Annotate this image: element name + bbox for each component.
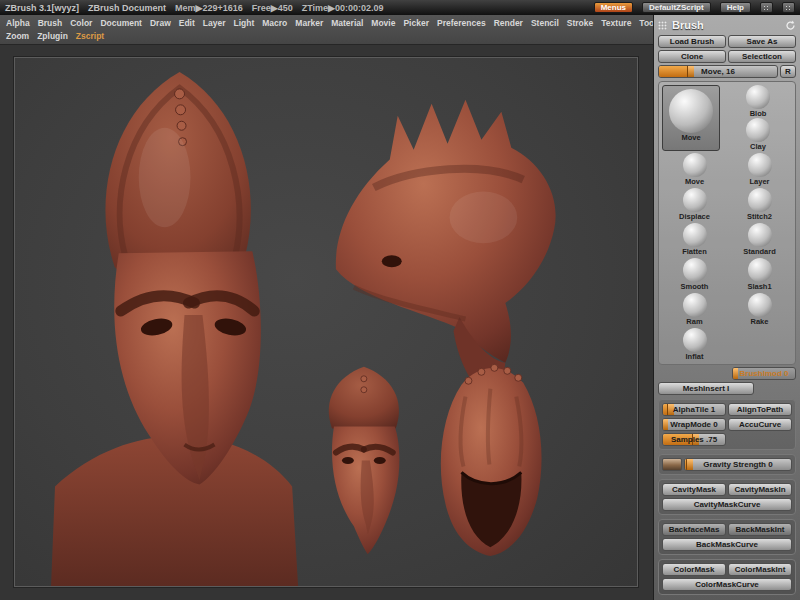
palette-reset-icon[interactable] [785,20,796,31]
color-mask-intensity-button[interactable]: ColorMaskInt [728,563,792,576]
brush-thumb-rake[interactable]: Rake [727,293,792,326]
wrap-mode-slider[interactable]: WrapMode 0 [662,418,726,431]
alpha-tile-slider[interactable]: AlphaTile 1 [662,403,726,416]
cavity-mask-button[interactable]: CavityMask [662,483,726,496]
brush-label: Move [685,177,704,186]
menu-zplugin[interactable]: Zplugin [37,31,68,41]
gravity-group: Gravity Strength 0 [658,454,796,475]
brush-thumb-smooth[interactable]: Smooth [662,258,727,291]
brush-thumbnail-grid: Move Blob Clay Move [658,81,796,365]
sculpt-svg [15,58,637,586]
backface-mask-button[interactable]: BackfaceMas [662,523,726,536]
palette-title: Brush [672,19,704,31]
brush-sphere-icon [683,258,707,282]
cavity-mask-curve-button[interactable]: CavityMaskCurve [662,498,792,511]
menu-texture[interactable]: Texture [601,18,631,28]
document-title: ZBrush Document [88,3,166,13]
back-mask-curve-button[interactable]: BackMaskCurve [662,538,792,551]
menu-draw[interactable]: Draw [150,18,171,28]
default-zscript-button[interactable]: DefaultZScript [642,2,711,13]
clone-button[interactable]: Clone [658,50,726,63]
menu-brush[interactable]: Brush [38,18,63,28]
brush-thumb-displace[interactable]: Displace [662,188,727,221]
slider-label: Move, 16 [659,66,777,78]
menu-zscript[interactable]: Zscript [76,31,104,41]
brush-label: Stitch2 [747,212,772,221]
menu-material[interactable]: Material [331,18,363,28]
menu-render[interactable]: Render [494,18,523,28]
slider-label: BrushImod 0 [733,368,795,380]
brush-sphere-icon [683,223,707,247]
menu-light[interactable]: Light [234,18,255,28]
accu-curve-button[interactable]: AccuCurve [728,418,792,431]
slider-label: Samples .75 [663,434,725,446]
brush-thumb-slash1[interactable]: Slash1 [727,258,792,291]
menu-marker[interactable]: Marker [295,18,323,28]
backface-mask-group: BackfaceMas BackMaskInt BackMaskCurve [658,519,796,555]
brush-thumb-layer[interactable]: Layer [727,153,792,186]
help-button[interactable]: Help [720,2,751,13]
titlebar: ZBrush 3.1[wyyz] ZBrush Document Mem▶229… [0,0,800,15]
brush-thumb-blob[interactable]: Blob [746,85,770,118]
menu-picker[interactable]: Picker [403,18,429,28]
load-brush-button[interactable]: Load Brush [658,35,726,48]
brush-imod-slider[interactable]: BrushImod 0 [732,367,796,380]
brush-sphere-icon [746,85,770,109]
menu-macro[interactable]: Macro [262,18,287,28]
mesh-insert-button[interactable]: MeshInsert I [658,382,754,395]
r-button[interactable]: R [780,65,796,78]
ztime-readout: ZTime▶00:00:02.09 [302,3,384,13]
color-mask-curve-button[interactable]: ColorMaskCurve [662,578,792,591]
brush-sphere-icon [683,153,707,177]
brush-thumb-selected[interactable]: Move [662,85,720,151]
brush-thumb-stitch2[interactable]: Stitch2 [727,188,792,221]
draw-size-slider[interactable]: Move, 16 [658,65,778,78]
back-mask-intensity-button[interactable]: BackMaskInt [728,523,792,536]
workspace: Alpha Brush Color Document Draw Edit Lay… [0,15,653,600]
brush-thumb-ram[interactable]: Ram [662,293,727,326]
save-as-button[interactable]: Save As [728,35,796,48]
menu-alpha[interactable]: Alpha [6,18,30,28]
titlebar-palette-icon-1[interactable] [760,2,773,13]
brush-sphere-icon [683,293,707,317]
color-mask-group: ColorMask ColorMaskInt ColorMaskCurve [658,559,796,595]
menu-stroke[interactable]: Stroke [567,18,593,28]
zbrush-window: ZBrush 3.1[wyyz] ZBrush Document Mem▶229… [0,0,800,600]
align-to-path-button[interactable]: AlignToPath [728,403,792,416]
brush-label: Slash1 [747,282,771,291]
select-icon-button[interactable]: SelectIcon [728,50,796,63]
brush-label: Flatten [682,247,707,256]
app-title: ZBrush 3.1[wyyz] [5,3,79,13]
alpha-modifiers-group: AlphaTile 1 AlignToPath WrapMode 0 AccuC… [658,399,796,450]
palette-drag-handle-icon[interactable] [658,21,667,30]
cavity-mask-intensity-button[interactable]: CavityMaskIn [728,483,792,496]
brush-thumb-inflat[interactable]: Inflat [662,328,727,361]
brush-label: Clay [750,142,766,151]
brush-thumb-clay[interactable]: Clay [746,118,770,151]
menu-edit[interactable]: Edit [179,18,195,28]
brush-thumb-move[interactable]: Move [662,153,727,186]
brush-thumb-flatten[interactable]: Flatten [662,223,727,256]
color-mask-button[interactable]: ColorMask [662,563,726,576]
brush-thumb-standard[interactable]: Standard [727,223,792,256]
menus-button[interactable]: Menus [594,2,633,13]
samples-slider[interactable]: Samples .75 [662,433,726,446]
brush-label: Inflat [686,352,704,361]
canvas-frame [0,45,653,600]
menu-movie[interactable]: Movie [371,18,395,28]
gravity-strength-slider[interactable]: Gravity Strength 0 [684,458,792,471]
titlebar-palette-icon-2[interactable] [782,2,795,13]
sculpt-canvas[interactable] [14,57,638,587]
menu-preferences[interactable]: Preferences [437,18,486,28]
gravity-texture-thumb[interactable] [662,458,682,471]
sculpt-open-mouth-head [441,364,542,556]
menu-stencil[interactable]: Stencil [531,18,559,28]
menu-color[interactable]: Color [70,18,92,28]
slider-label: Gravity Strength 0 [685,459,791,471]
menu-zoom[interactable]: Zoom [6,31,29,41]
brush-label: Ram [686,317,702,326]
slider-label: WrapMode 0 [663,419,725,431]
menu-layer[interactable]: Layer [203,18,226,28]
menu-document[interactable]: Document [100,18,142,28]
brush-label: Move [681,133,700,142]
